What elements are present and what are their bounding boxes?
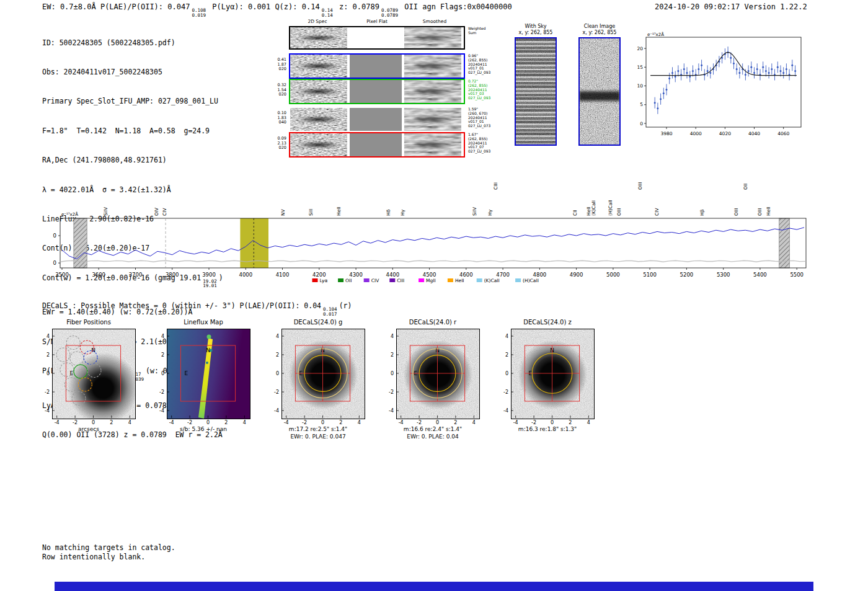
clean-image-title: Clean Image xyxy=(576,24,623,30)
svg-text:5100: 5100 xyxy=(643,272,657,278)
svg-text:-2: -2 xyxy=(302,420,307,425)
spec2d-row: 0.321.540200.72"(262, 855)20240411v017_0… xyxy=(268,79,498,104)
col-title-pixelflat: Pixel Flat xyxy=(366,19,388,24)
svg-text:4000: 4000 xyxy=(239,272,252,278)
classification-flags: OII agn Flags:0x00400000 xyxy=(404,2,512,11)
svg-text:OIV: OIV xyxy=(154,207,159,216)
decals-z-panel: DECaLS(24.0) z -4-4-2-2002244NE m:16.3 r… xyxy=(495,318,600,442)
svg-text:5000: 5000 xyxy=(606,272,620,278)
clean-image-header: Clean Image x, y: 262, 855 xyxy=(576,24,623,36)
svg-text:0: 0 xyxy=(640,121,643,127)
svg-text:2: 2 xyxy=(391,352,394,358)
info-line-obs: Obs: 20240411v017_5002248305 xyxy=(42,68,223,78)
svg-text:-2: -2 xyxy=(389,389,394,395)
svg-text:3700: 3700 xyxy=(129,272,143,278)
svg-text:(H)CaII: (H)CaII xyxy=(523,278,539,283)
pixel-flat-image xyxy=(350,80,402,103)
svg-text:CIII: CIII xyxy=(397,278,404,283)
info-line-id: ID: 5002248305 (5002248305.pdf) xyxy=(42,38,223,48)
smoothed-image xyxy=(404,55,461,78)
svg-text:0: 0 xyxy=(436,420,439,425)
svg-text:SiIV: SiIV xyxy=(472,207,477,216)
pixel-flat-image xyxy=(350,108,402,131)
svg-text:2: 2 xyxy=(276,352,279,358)
with-sky-header: With Sky x, y: 262, 855 xyxy=(512,24,559,36)
panel-caption-mag: m:17.2 re:2.5" s:1.4" xyxy=(265,426,371,433)
svg-text:4800: 4800 xyxy=(533,272,547,278)
svg-text:-4: -4 xyxy=(389,408,394,414)
decals-matches-line: DECaLS : Possible Matches = 0 (within +/… xyxy=(42,301,352,316)
svg-text:0: 0 xyxy=(276,371,279,376)
summary-header: EW: 0.7±8.0Å P(LAE)/P(OII): 0.0470.1080.… xyxy=(42,2,512,17)
svg-text:3900: 3900 xyxy=(202,272,216,278)
weighted-sum-label: Weighted Sum xyxy=(468,27,485,35)
svg-text:3980: 3980 xyxy=(660,131,672,136)
spec2d-row-annotation: 1.59"(260, 670)20240411v017_01027_LU_073 xyxy=(468,107,490,128)
decals-g-overlay: -4-4-2-2002244NE xyxy=(265,318,371,442)
fiber-positions-overlay: -4-4-2-2002244NE xyxy=(36,318,141,442)
panel-xlabel: arcsecs xyxy=(36,426,141,433)
svg-text:4500: 4500 xyxy=(423,272,436,278)
full-spectrum-plot: 3500360037003800390040004100420043004400… xyxy=(53,166,812,290)
pixel-flat-image xyxy=(350,27,402,48)
svg-text:OIII: OIII xyxy=(637,182,643,190)
svg-text:Hγ: Hγ xyxy=(400,209,405,216)
pixel-flat-image xyxy=(350,133,402,156)
clean-image xyxy=(578,37,621,146)
svg-text:CII: CII xyxy=(572,210,578,216)
svg-text:-4: -4 xyxy=(159,408,164,414)
col-title-2dspec: 2D Spec xyxy=(308,19,327,24)
col-title-smoothed: Smoothed xyxy=(423,19,446,24)
svg-text:0: 0 xyxy=(206,420,210,425)
svg-text:4060: 4060 xyxy=(777,131,789,136)
decals-r-overlay: -4-4-2-2002244NE xyxy=(380,318,485,442)
svg-text:20: 20 xyxy=(637,46,643,51)
svg-text:-2: -2 xyxy=(159,389,164,395)
svg-text:4: 4 xyxy=(472,420,476,425)
spec2d-row-annotation: 1.67"(262, 855)20240411v017_07027_LU_093 xyxy=(468,133,490,154)
svg-text:-2: -2 xyxy=(73,420,78,425)
decals-r-panel: DECaLS(24.0) r -4-4-2-2002244NE m:16.6 r… xyxy=(380,318,485,442)
twod-spec-image xyxy=(290,108,347,131)
svg-text:4900: 4900 xyxy=(570,272,583,278)
svg-text:-4: -4 xyxy=(274,408,279,414)
svg-text:4000: 4000 xyxy=(690,131,702,136)
svg-text:4: 4 xyxy=(161,334,164,339)
svg-text:0: 0 xyxy=(321,420,324,425)
ew-plae-summary: EW: 0.7±8.0Å P(LAE)/P(OII): 0.047 xyxy=(42,2,190,11)
svg-text:0: 0 xyxy=(46,371,50,376)
svg-text:SiII: SiII xyxy=(308,209,314,216)
twod-spec-image xyxy=(290,80,347,103)
svg-text:5: 5 xyxy=(640,102,643,107)
svg-text:-2: -2 xyxy=(187,420,192,425)
svg-text:20: 20 xyxy=(53,233,56,239)
svg-text:-4: -4 xyxy=(503,408,508,414)
svg-text:0: 0 xyxy=(391,371,394,376)
smoothed-image xyxy=(404,27,461,48)
svg-text:HeII: HeII xyxy=(455,278,464,283)
spec2d-row: 0.092.130201.67"(262, 855)20240411v017_0… xyxy=(268,132,498,158)
svg-text:Lyα: Lyα xyxy=(320,278,328,283)
twod-spec-image xyxy=(290,55,347,78)
svg-text:0: 0 xyxy=(505,371,508,376)
svg-text:Hβ: Hβ xyxy=(699,209,705,216)
svg-text:4: 4 xyxy=(587,420,590,425)
svg-text:2: 2 xyxy=(110,420,113,425)
line-fit-plot: 0510152039804000402040404060e⁻¹⁷x2Å xyxy=(627,31,813,140)
redshift-summary: z: 0.0789 xyxy=(339,2,379,11)
svg-text:10: 10 xyxy=(637,83,643,89)
svg-text:-2: -2 xyxy=(531,420,536,425)
svg-text:OII: OII xyxy=(743,184,748,190)
svg-text:E: E xyxy=(184,370,188,376)
fiber-positions-panel: Fiber Positions -4-4-2-2002244NE arcsecs xyxy=(36,318,141,442)
svg-text:4020: 4020 xyxy=(719,131,731,136)
plya-qz-summary: P(Lyα): 0.001 Q(z): 0.14 xyxy=(212,2,319,11)
svg-text:4: 4 xyxy=(391,334,394,339)
twod-spec-image xyxy=(290,27,347,48)
svg-text:SiIV: SiIV xyxy=(103,207,108,216)
svg-text:4: 4 xyxy=(358,420,361,425)
smoothed-image xyxy=(404,133,461,156)
svg-text:e⁻¹⁷x2Å: e⁻¹⁷x2Å xyxy=(61,211,78,217)
clean-image-coords: x, y: 262, 855 xyxy=(576,30,623,36)
svg-text:CIII: CIII xyxy=(493,182,498,190)
